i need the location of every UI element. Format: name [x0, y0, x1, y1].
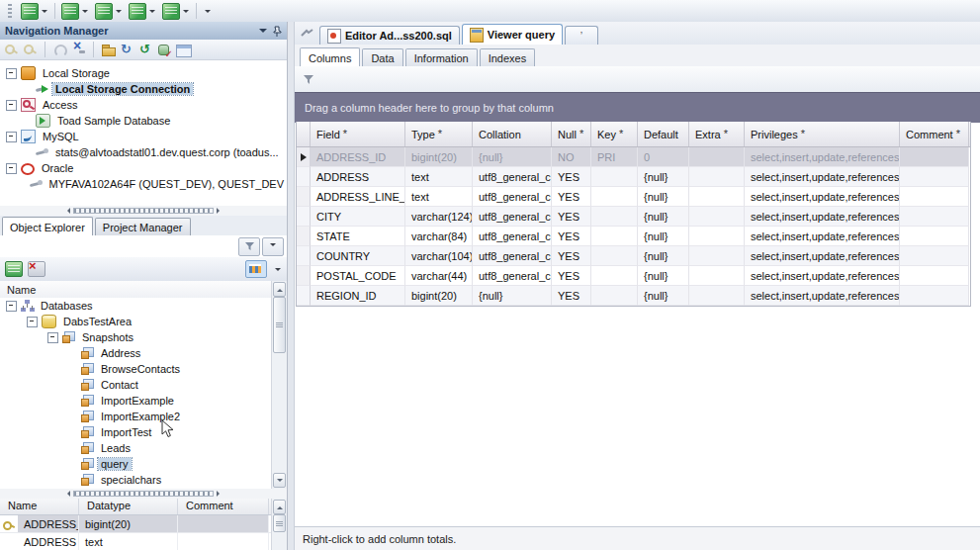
document-tab[interactable]: Viewer query [462, 24, 563, 45]
tree-item[interactable]: ImportTest [0, 424, 271, 440]
key-disabled-icon[interactable] [23, 43, 38, 56]
toolbar-overflow-caret[interactable] [205, 10, 211, 16]
horizontal-splitter-2[interactable] [0, 489, 287, 499]
tree-item[interactable]: stats@alvtoadstatl01.dev.quest.corp (toa… [0, 144, 287, 160]
disconnect-icon[interactable] [71, 43, 86, 56]
tree-item[interactable]: DabsTestArea [0, 314, 271, 329]
tree-item[interactable]: Local Storage [0, 65, 287, 81]
view-mode-button[interactable] [245, 260, 267, 278]
filter-dropdown-button[interactable] [262, 237, 284, 256]
tab-information[interactable]: Information [405, 48, 478, 66]
table-row[interactable]: ADDRESStextutf8_general_ciYES{null}selec… [297, 167, 970, 187]
column-header-field[interactable]: Field* [311, 122, 405, 146]
pin-icon[interactable] [273, 26, 282, 37]
reconnect-icon[interactable] [52, 43, 67, 56]
tree-item[interactable]: Snapshots [0, 329, 271, 345]
tree-item[interactable]: specialchars [0, 472, 271, 488]
scrollbar-thumb[interactable] [273, 297, 286, 353]
dropdown-caret-icon[interactable] [183, 10, 189, 16]
tree-item[interactable]: MySQL [0, 129, 287, 144]
database-check-icon[interactable] [157, 43, 172, 56]
table-row[interactable]: ADDRESS_IDbigint(20) [0, 515, 287, 533]
collapse-expander-icon[interactable] [27, 317, 38, 327]
scroll-up-button[interactable] [273, 282, 286, 297]
tree-item[interactable]: BrowseContacts [0, 361, 271, 377]
object-tree-scrollbar[interactable] [271, 281, 287, 489]
name-column-header[interactable]: Name [0, 281, 271, 299]
toolbar-button[interactable] [126, 0, 159, 22]
summary-column-header[interactable]: Comment [178, 499, 269, 514]
dropdown-caret-icon[interactable] [149, 10, 155, 16]
tab-columns[interactable]: Columns [300, 47, 360, 67]
tree-item[interactable]: ImportExample2 [0, 409, 271, 424]
toolbar-button[interactable] [58, 0, 92, 22]
tree-item[interactable]: ImportExample [0, 393, 271, 409]
collapse-expander-icon[interactable] [6, 132, 17, 142]
toolbar-drag-handle[interactable] [8, 4, 12, 19]
tree-item[interactable]: Leads [0, 440, 271, 456]
column-header-privileges[interactable]: Privileges* [745, 122, 900, 146]
refresh-green-icon[interactable] [138, 43, 153, 56]
scroll-down-button[interactable] [273, 473, 286, 488]
toolbar-button[interactable] [92, 0, 126, 22]
table-row[interactable]: STATEvarchar(84)utf8_general_ciYES{null}… [297, 227, 970, 246]
vertical-splitter[interactable] [288, 22, 295, 550]
toolbar-button[interactable] [18, 0, 51, 22]
dropdown-caret-icon[interactable] [42, 10, 47, 16]
column-header-key[interactable]: Key* [591, 122, 638, 146]
table-row[interactable]: ADDRESS_LINE_2textutf8_general_ciYES{nul… [297, 187, 970, 207]
collapse-expander-icon[interactable] [6, 68, 17, 79]
collapse-expander-icon[interactable] [47, 332, 58, 343]
collapse-expander-icon[interactable] [6, 163, 17, 174]
panel-menu-caret-icon[interactable] [259, 29, 267, 37]
columns-summary-scrollbar[interactable] [271, 499, 287, 550]
tree-item[interactable]: Toad Sample Database [0, 113, 287, 129]
panel-tab[interactable]: Project Manager [95, 218, 191, 235]
horizontal-splitter[interactable] [0, 206, 287, 216]
scrollbar-thumb[interactable] [273, 514, 286, 532]
tab-data[interactable]: Data [362, 48, 402, 66]
tree-item[interactable]: query [0, 456, 271, 472]
column-header-extra[interactable]: Extra* [689, 122, 745, 146]
tree-item[interactable]: Oracle [0, 160, 287, 176]
column-header-null[interactable]: Null* [552, 122, 591, 146]
column-header-type[interactable]: Type* [405, 122, 473, 146]
tree-item[interactable]: Local Storage Connection [0, 81, 287, 97]
view-mode-caret[interactable] [275, 268, 281, 274]
column-header-default[interactable]: Default [638, 122, 689, 146]
refresh-blue-icon[interactable] [120, 43, 134, 56]
tree-item[interactable]: Address [0, 345, 271, 361]
toolbar-button[interactable] [159, 0, 193, 22]
summary-column-header[interactable]: Name [0, 499, 79, 514]
create-table-icon[interactable] [5, 261, 23, 277]
collapse-expander-icon[interactable] [6, 100, 17, 111]
table-row[interactable]: CITYvarchar(124)utf8_general_ciYES{null}… [297, 207, 970, 227]
tab-indexes[interactable]: Indexes [480, 48, 536, 66]
panel-tab[interactable]: Object Explorer [2, 217, 93, 236]
filter-button[interactable] [238, 237, 260, 256]
summary-column-header[interactable]: Datatype [79, 499, 178, 514]
drop-table-icon[interactable] [28, 261, 45, 277]
table-row[interactable]: REGION_IDbigint(20){null}YES{null}select… [297, 286, 970, 306]
tree-item[interactable]: MYFAVA102A64F (QUEST_DEV), QUEST_DEV [0, 176, 287, 192]
table-row[interactable]: ADDRESS_IDbigint(20){null}NOPRI0select,i… [297, 147, 970, 167]
tree-item[interactable]: Databases [0, 298, 271, 314]
scroll-up-button[interactable] [273, 500, 286, 514]
dock-icon[interactable] [301, 29, 313, 38]
collapse-expander-icon[interactable] [6, 301, 17, 312]
tree-item[interactable]: Contact [0, 377, 271, 393]
document-tab[interactable]: Editor Ad...ss200.sql [319, 26, 460, 45]
funnel-icon[interactable] [303, 74, 314, 85]
dropdown-caret-icon[interactable] [82, 10, 88, 16]
dropdown-caret-icon[interactable] [116, 10, 122, 16]
column-header-comment[interactable]: Comment* [900, 122, 969, 146]
table-row[interactable]: POSTAL_CODEvarchar(44)utf8_general_ciYES… [297, 266, 970, 286]
table-row[interactable]: COUNTRYvarchar(104)utf8_general_ciYES{nu… [297, 246, 970, 266]
open-folder-icon[interactable] [101, 43, 116, 56]
group-by-bar[interactable]: Drag a column header here to group by th… [295, 92, 980, 123]
column-header-collation[interactable]: Collation [473, 122, 552, 146]
table-row[interactable]: ADDRESStext [0, 533, 287, 550]
key-icon[interactable] [4, 43, 19, 56]
tree-item[interactable]: Access [0, 97, 287, 113]
new-document-tab[interactable]: ’ [565, 26, 598, 45]
